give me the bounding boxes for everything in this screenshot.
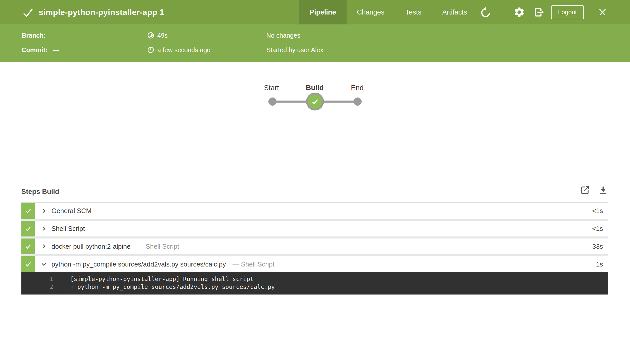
- graph-node-end[interactable]: [353, 97, 362, 106]
- started-by: Started by user Alex: [266, 45, 323, 54]
- cause-column: No changes Started by user Alex: [266, 31, 323, 54]
- tab-changes[interactable]: Changes: [347, 0, 395, 24]
- close-icon[interactable]: [598, 8, 607, 17]
- chevron-right-icon: [41, 226, 47, 232]
- step-success-check-icon: [21, 239, 35, 254]
- gear-icon[interactable]: [513, 6, 525, 18]
- step-row-general-scm[interactable]: General SCM <1s: [21, 203, 608, 219]
- step-label: python -m py_compile sources/add2vals.py…: [51, 260, 226, 268]
- rerun-icon[interactable]: [480, 7, 491, 18]
- run-status-check-icon: [22, 7, 34, 19]
- console-line-text: + python -m py_compile sources/add2vals.…: [70, 283, 275, 291]
- step-label: Shell Script: [51, 225, 85, 233]
- graph-node-build[interactable]: [306, 93, 324, 110]
- console-line: 2 + python -m py_compile sources/add2val…: [21, 283, 608, 291]
- external-link-icon[interactable]: [580, 185, 590, 195]
- steps-heading: Steps Build: [21, 188, 59, 196]
- steps-actions: [580, 185, 608, 195]
- step-duration: <1s: [592, 225, 603, 233]
- graph-node-start[interactable]: [268, 97, 277, 106]
- step-row-docker-pull[interactable]: docker pull python:2-alpine — Shell Scri…: [21, 239, 608, 254]
- node-success-check-icon: [311, 97, 319, 106]
- tab-artifacts[interactable]: Artifacts: [432, 0, 478, 24]
- step-suffix: — Shell Script: [137, 243, 179, 250]
- run-title: simple-python-pyinstaller-app 1: [39, 0, 164, 24]
- console-output: 1 [simple-python-pyinstaller-app] Runnin…: [21, 272, 608, 295]
- clock-icon: [147, 46, 154, 53]
- step-duration: 1s: [596, 260, 603, 268]
- chevron-right-icon: [41, 243, 47, 249]
- top-nav-bar: simple-python-pyinstaller-app 1 Pipeline…: [0, 0, 630, 24]
- console-line: 1 [simple-python-pyinstaller-app] Runnin…: [21, 275, 608, 283]
- download-icon[interactable]: [598, 185, 608, 195]
- header-actions: Logout: [480, 0, 607, 24]
- timing-column: 49s a few seconds ago: [147, 31, 210, 54]
- duration-icon: [147, 32, 154, 39]
- step-row-py-compile[interactable]: python -m py_compile sources/add2vals.py…: [21, 256, 608, 272]
- console-line-number[interactable]: 1: [21, 275, 53, 283]
- console-line-text: [simple-python-pyinstaller-app] Running …: [70, 275, 254, 283]
- chevron-right-icon: [41, 208, 47, 214]
- logout-button[interactable]: Logout: [551, 5, 584, 19]
- step-duration: <1s: [592, 207, 603, 215]
- run-info-bar: Branch: — Commit: — 49s a: [0, 24, 630, 62]
- step-success-check-icon: [21, 256, 35, 272]
- tab-bar: Pipeline Changes Tests Artifacts: [299, 0, 477, 24]
- branch-commit-column: Branch: — Commit: —: [22, 31, 59, 54]
- step-suffix: — Shell Script: [232, 260, 275, 268]
- step-label: docker pull python:2-alpine: [51, 243, 131, 250]
- step-success-check-icon: [21, 203, 35, 219]
- tab-tests[interactable]: Tests: [395, 0, 432, 24]
- branch-label: Branch:: [22, 31, 53, 40]
- tab-pipeline[interactable]: Pipeline: [299, 0, 347, 24]
- chevron-down-icon: [41, 261, 47, 267]
- steps-list: General SCM <1s Shell Script <1s docker …: [21, 202, 608, 295]
- changes-summary: No changes: [266, 31, 300, 40]
- commit-label: Commit:: [22, 45, 53, 54]
- step-row-shell-script[interactable]: Shell Script <1s: [21, 221, 608, 236]
- run-duration: 49s: [157, 31, 168, 40]
- step-duration: 33s: [592, 243, 603, 250]
- branch-value: —: [53, 31, 59, 40]
- console-line-number[interactable]: 2: [21, 283, 53, 291]
- commit-value: —: [53, 45, 59, 54]
- step-success-check-icon: [21, 221, 35, 236]
- graph-node-label-end: End: [332, 84, 383, 92]
- exit-icon[interactable]: [533, 7, 545, 18]
- run-time-ago: a few seconds ago: [157, 45, 210, 54]
- step-label: General SCM: [51, 207, 92, 215]
